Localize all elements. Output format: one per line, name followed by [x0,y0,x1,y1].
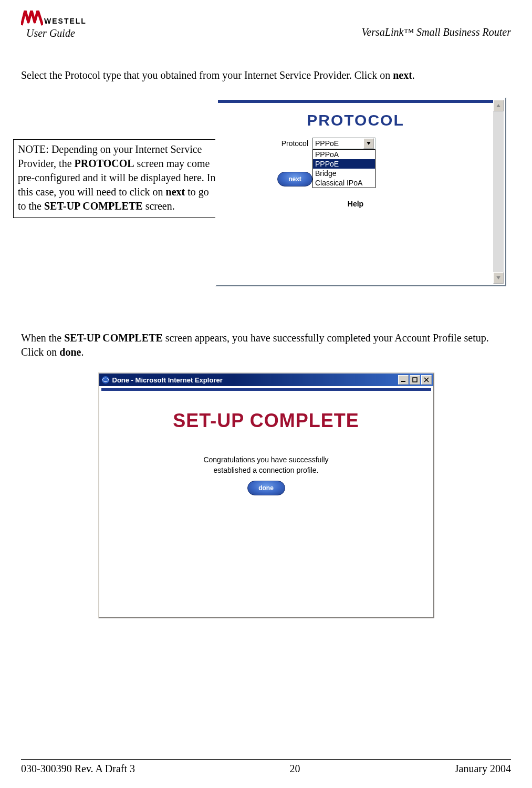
protocol-option[interactable]: Bridge [313,169,375,178]
congrats-line1: Congratulations you have successfully [203,455,328,464]
scroll-down-button[interactable] [493,272,504,284]
logo-mark-icon [21,11,43,26]
window-titlebar: Done - Microsoft Internet Explorer [99,374,433,386]
footer-page-number: 20 [289,763,300,775]
done-button-label: done [258,484,274,492]
svg-marker-1 [496,276,500,279]
intro2-b1: SET-UP COMPLETE [64,332,163,344]
header-left: WESTELL User Guide [21,11,87,39]
footer-left: 030-300390 Rev. A Draft 3 [21,763,135,775]
svg-rect-4 [401,381,405,382]
chevron-down-icon [367,142,371,145]
scrollbar[interactable] [493,100,504,284]
protocol-heading: PROTOCOL [216,111,495,129]
scroll-up-button[interactable] [493,100,504,111]
note-bold1: PROTOCOL [75,158,134,169]
protocol-option[interactable]: PPPoE [313,159,375,169]
minimize-icon [401,377,406,382]
close-button[interactable] [421,375,432,385]
help-link[interactable]: Help [216,200,495,208]
intro-paragraph-1: Select the Protocol type that you obtain… [21,69,511,81]
svg-marker-0 [496,104,500,107]
dropdown-arrow-button[interactable] [363,138,374,149]
next-button[interactable]: next [277,172,312,186]
user-guide-label: User Guide [26,27,87,39]
window-accent-bar [218,100,504,103]
note-box: NOTE: Depending on your Internet Service… [13,139,222,218]
product-name: VersaLink™ Small Business Router [361,26,511,39]
done-button[interactable]: done [247,481,285,495]
ie-icon [101,376,110,384]
page-header: WESTELL User Guide VersaLink™ Small Busi… [21,11,511,40]
congrats-text: Congratulations you have successfully es… [99,454,433,475]
svg-rect-5 [413,378,417,382]
chevron-down-icon [496,276,500,279]
note-text4: screen. [143,200,175,212]
note-bold2: next [166,186,185,198]
minimize-button[interactable] [398,375,409,385]
footer-right: January 2004 [455,763,511,775]
intro2-b2: done [59,346,81,358]
next-button-label: next [288,175,301,183]
window-title: Done - Microsoft Internet Explorer [112,376,223,384]
close-icon [424,377,429,382]
protocol-window: PROTOCOL Protocol PPPoE PPPoA PPPo [215,97,506,286]
intro1-suffix: . [412,69,415,81]
logo-text: WESTELL [44,17,87,26]
maximize-icon [412,377,418,382]
protocol-dropdown[interactable]: PPPoE PPPoA PPPoE Bridge Classical IPoA [312,138,375,188]
protocol-option[interactable]: PPPoA [313,150,375,159]
intro1-text: Select the Protocol type that you obtain… [21,69,393,81]
svg-marker-2 [367,142,371,145]
intro2-t1: When the [21,332,64,344]
done-window: Done - Microsoft Internet Explorer SET-U… [98,372,434,618]
protocol-option[interactable]: Classical IPoA [313,178,375,188]
note-bold3: SET-UP COMPLETE [44,200,143,212]
protocol-selected-value: PPPoE [315,139,339,148]
intro1-bold: next [393,69,412,81]
setup-complete-heading: SET-UP COMPLETE [99,410,433,432]
intro2-t3: . [81,346,84,358]
svg-point-3 [102,376,109,383]
congrats-line2: established a connection profile. [213,466,318,474]
intro-paragraph-2: When the SET-UP COMPLETE screen appears,… [21,331,511,359]
protocol-select[interactable]: PPPoE [312,138,375,149]
protocol-option-list: PPPoA PPPoE Bridge Classical IPoA [312,149,375,188]
window-accent-bar [101,388,431,391]
maximize-button[interactable] [410,375,420,385]
protocol-field-label: Protocol [277,138,312,148]
westell-logo: WESTELL [21,11,87,26]
chevron-up-icon [496,104,500,107]
page-footer: 030-300390 Rev. A Draft 3 20 January 200… [21,755,511,775]
